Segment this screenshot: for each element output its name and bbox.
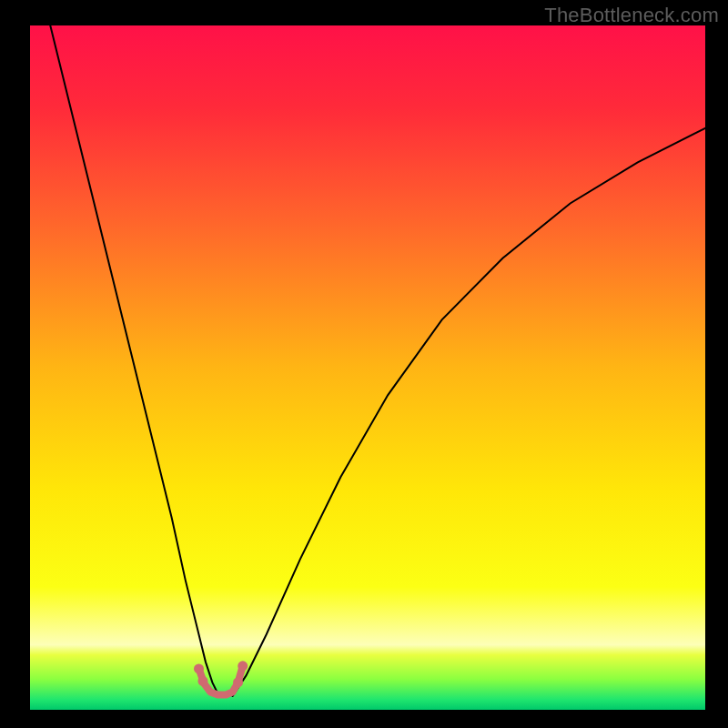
pink-marker	[233, 677, 243, 687]
plot-background	[30, 25, 705, 710]
pink-marker	[238, 661, 248, 671]
chart-stage: TheBottleneck.com	[0, 0, 728, 728]
bottleneck-chart	[0, 0, 728, 728]
pink-marker	[197, 676, 207, 686]
watermark-text: TheBottleneck.com	[544, 4, 719, 27]
pink-marker	[194, 663, 204, 673]
